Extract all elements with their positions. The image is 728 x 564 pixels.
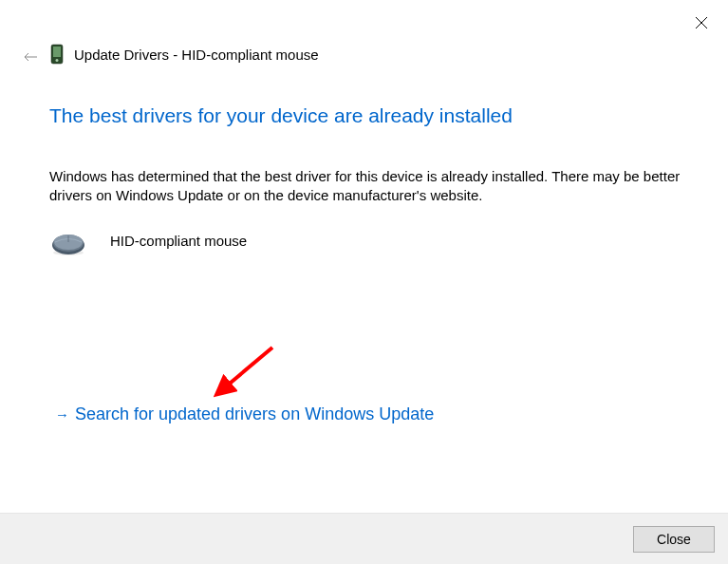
close-icon [695, 16, 708, 29]
description-text: Windows has determined that the best dri… [49, 167, 682, 206]
mouse-icon [49, 232, 87, 256]
window-title: Update Drivers - HID-compliant mouse [74, 47, 319, 63]
svg-point-5 [56, 59, 59, 62]
svg-rect-4 [53, 47, 61, 57]
device-icon [49, 44, 65, 65]
device-name: HID-compliant mouse [110, 233, 247, 249]
svg-line-12 [225, 348, 272, 387]
search-windows-update-link[interactable]: → Search for updated drivers on Windows … [55, 404, 434, 424]
annotation-arrow [214, 342, 280, 399]
close-footer-button[interactable]: Close [633, 526, 715, 553]
window-header: Update Drivers - HID-compliant mouse [49, 44, 319, 65]
back-button[interactable] [21, 47, 40, 66]
close-button[interactable] [692, 13, 711, 32]
device-row: HID-compliant mouse [49, 224, 247, 256]
link-arrow-icon: → [55, 406, 69, 423]
dialog-footer: Close [0, 513, 728, 564]
back-arrow-icon [23, 51, 38, 63]
link-text: Search for updated drivers on Windows Up… [75, 404, 434, 424]
page-heading: The best drivers for your device are alr… [49, 104, 513, 127]
